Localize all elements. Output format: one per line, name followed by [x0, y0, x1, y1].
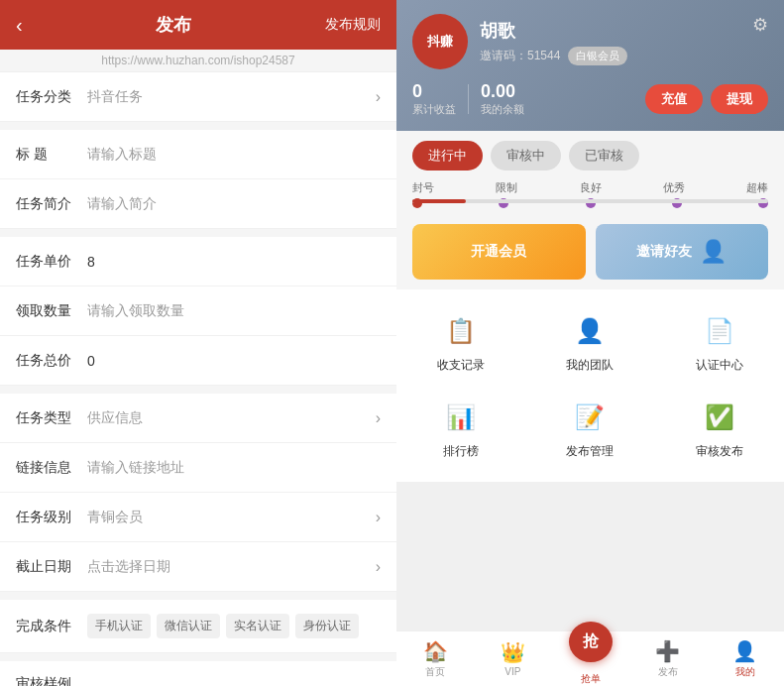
form-value-total: 0 — [87, 353, 381, 369]
page-title: 发布 — [23, 13, 325, 37]
rule-button[interactable]: 发布规则 — [325, 16, 381, 34]
menu-item-audit-publish[interactable]: ✅ 审核发布 — [655, 386, 784, 472]
form-input-quantity[interactable]: 请输入领取数量 — [87, 302, 381, 320]
settings-icon[interactable]: ⚙ — [752, 14, 768, 36]
conditions-tags: 手机认证 微信认证 实名认证 身份认证 — [87, 614, 359, 638]
audit-example-section: 审核样例 + ✕ — [0, 661, 396, 686]
tag-realname: 实名认证 — [226, 614, 289, 638]
publish-icon: ➕ — [655, 639, 680, 663]
progress-track — [412, 199, 768, 203]
publish-manage-label: 发布管理 — [566, 443, 614, 460]
stat-balance-value: 0.00 — [481, 81, 515, 102]
left-header: ‹ 发布 发布规则 — [0, 0, 396, 50]
tab-reviewed[interactable]: 已审核 — [569, 141, 639, 171]
home-icon: 🏠 — [423, 639, 448, 663]
form-value-category: 抖音任务 — [87, 88, 376, 106]
records-label: 收支记录 — [437, 357, 485, 374]
form-input-link[interactable]: 请输入链接地址 — [87, 459, 381, 477]
team-icon: 👤 — [570, 311, 610, 351]
ranking-icon: 📊 — [441, 398, 481, 437]
watermark-text: https://www.huzhan.com/ishop24587 — [0, 50, 396, 72]
progress-label-3: 优秀 — [663, 180, 685, 195]
auth-label: 认证中心 — [696, 357, 743, 374]
form-label-type: 任务类型 — [16, 409, 79, 427]
grab-button[interactable]: 抢 — [569, 622, 613, 662]
form-item-category[interactable]: 任务分类 抖音任务 › — [0, 72, 396, 122]
form-item-intro[interactable]: 任务简介 请输入简介 — [0, 179, 396, 229]
form-label-total: 任务总价 — [16, 352, 79, 370]
recharge-button[interactable]: 充值 — [645, 84, 703, 114]
form-item-deadline[interactable]: 截止日期 点击选择日期 › — [0, 542, 396, 592]
arrow-icon-type: › — [376, 409, 381, 427]
form-item-quantity[interactable]: 领取数量 请输入领取数量 — [0, 286, 396, 336]
nav-mine[interactable]: 👤 我的 — [707, 631, 784, 686]
status-tabs: 进行中 审核中 已审核 — [396, 131, 784, 171]
auth-icon: 📄 — [700, 311, 739, 351]
form-label-category: 任务分类 — [16, 88, 79, 106]
tab-in-progress[interactable]: 进行中 — [412, 141, 483, 171]
form-label-price: 任务单价 — [16, 253, 79, 271]
tag-phone: 手机认证 — [87, 614, 151, 638]
form-input-intro[interactable]: 请输入简介 — [87, 195, 381, 213]
audit-label: 审核样例 — [16, 675, 381, 686]
menu-item-records[interactable]: 📋 收支记录 — [396, 299, 525, 386]
right-content: ⚙ 抖赚 胡歌 邀请码： 51544 白银会员 0 — [396, 0, 784, 686]
profile-bottom: 0 累计收益 0.00 我的余额 充值 提现 — [412, 81, 768, 117]
nav-grab[interactable]: 抢 抢单 — [551, 631, 628, 686]
vip-icon: 👑 — [501, 640, 525, 664]
form-label-conditions: 完成条件 — [16, 618, 79, 635]
form-label-level: 任务级别 — [16, 509, 79, 526]
stat-balance: 0.00 我的余额 — [481, 81, 524, 117]
profile-name: 胡歌 — [480, 19, 768, 43]
nav-home[interactable]: 🏠 首页 — [396, 631, 474, 686]
tab-reviewing[interactable]: 审核中 — [491, 141, 561, 171]
form-item-level[interactable]: 任务级别 青铜会员 › — [0, 493, 396, 542]
vip-card[interactable]: 开通会员 — [412, 224, 586, 280]
form-input-title[interactable]: 请输入标题 — [87, 146, 381, 164]
grab-label: 抢单 — [581, 672, 601, 686]
menu-item-ranking[interactable]: 📊 排行榜 — [396, 386, 525, 472]
form-item-total: 任务总价 0 — [0, 336, 396, 386]
mine-label: 我的 — [735, 665, 755, 679]
left-panel: ‹ 发布 发布规则 https://www.huzhan.com/ishop24… — [0, 0, 396, 686]
menu-item-team[interactable]: 👤 我的团队 — [525, 299, 654, 386]
bottom-nav: 🏠 首页 👑 VIP 抢 抢单 ➕ 发布 👤 我的 — [396, 630, 784, 686]
ranking-label: 排行榜 — [443, 443, 479, 460]
form-label-intro: 任务简介 — [16, 195, 79, 213]
records-icon: 📋 — [441, 311, 481, 351]
invite-user-icon: 👤 — [700, 239, 727, 265]
nav-publish[interactable]: ➕ 发布 — [629, 631, 707, 686]
membership-badge: 白银会员 — [568, 47, 627, 65]
publish-label: 发布 — [658, 665, 678, 679]
stat-earnings-label: 累计收益 — [412, 102, 456, 117]
invite-card-label: 邀请好友 — [636, 243, 692, 261]
right-panel: ⚙ 抖赚 胡歌 邀请码： 51544 白银会员 0 — [396, 0, 784, 686]
form-area: 任务分类 抖音任务 › 标 题 请输入标题 任务简介 请输入简介 任务单价 8 … — [0, 72, 396, 686]
stat-balance-label: 我的余额 — [481, 102, 524, 117]
form-item-type[interactable]: 任务类型 供应信息 › — [0, 394, 396, 443]
tag-wechat: 微信认证 — [157, 614, 220, 638]
profile-top: 抖赚 胡歌 邀请码： 51544 白银会员 — [412, 14, 768, 69]
invite-card[interactable]: 邀请好友 👤 — [596, 224, 769, 280]
tag-idcard: 身份认证 — [295, 614, 359, 638]
form-item-title[interactable]: 标 题 请输入标题 — [0, 130, 396, 179]
menu-item-publish-manage[interactable]: 📝 发布管理 — [525, 386, 654, 472]
vip-label: VIP — [504, 666, 520, 677]
menu-item-auth[interactable]: 📄 认证中心 — [655, 299, 784, 386]
form-item-link[interactable]: 链接信息 请输入链接地址 — [0, 443, 396, 493]
action-cards: 开通会员 邀请好友 👤 — [396, 214, 784, 289]
form-value-deadline: 点击选择日期 — [87, 558, 376, 576]
publish-manage-icon: 📝 — [570, 398, 610, 437]
arrow-icon-category: › — [376, 88, 381, 106]
invite-label: 邀请码： — [480, 48, 527, 64]
progress-label-0: 封号 — [412, 180, 434, 195]
back-button[interactable]: ‹ — [16, 14, 23, 37]
arrow-icon-deadline: › — [376, 558, 381, 576]
withdraw-button[interactable]: 提现 — [711, 84, 768, 114]
nav-vip[interactable]: 👑 VIP — [474, 631, 551, 686]
audit-publish-label: 审核发布 — [696, 443, 743, 460]
progress-label-2: 良好 — [580, 180, 602, 195]
form-value-price: 8 — [87, 254, 381, 270]
form-label-title: 标 题 — [16, 146, 79, 164]
stat-earnings-value: 0 — [412, 81, 422, 102]
